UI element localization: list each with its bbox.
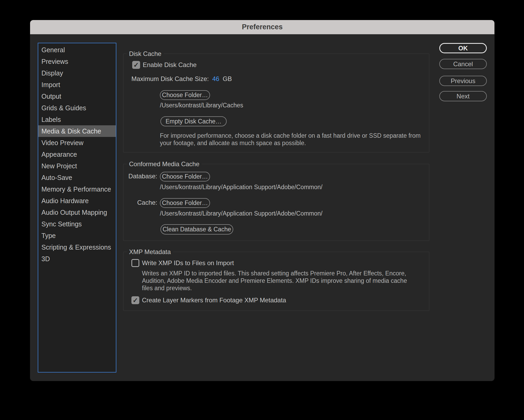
disk-cache-description: For improved performance, choose a disk … [160,132,429,147]
sidebar-item-labels[interactable]: Labels [38,114,116,125]
cancel-button[interactable]: Cancel [439,59,487,69]
cache-path: /Users/kontrast/Library/Application Supp… [160,210,322,217]
sidebar-item-video-preview[interactable]: Video Preview [38,137,116,149]
write-xmp-ids-description: Writes an XMP ID to imported files. This… [142,270,411,292]
sidebar-item-media-disk-cache[interactable]: Media & Disk Cache [38,125,116,137]
sidebar-item-grids-guides[interactable]: Grids & Guides [38,102,116,114]
section-conformed-media-cache: Conformed Media Cache Database: Choose F… [123,164,429,241]
database-label: Database: [123,173,157,180]
clean-database-cache-button[interactable]: Clean Database & Cache [160,224,233,235]
next-button[interactable]: Next [439,91,487,101]
sidebar-item-import[interactable]: Import [38,79,116,90]
max-disk-cache-size-value[interactable]: 46 [212,75,219,83]
create-layer-markers-checkbox[interactable]: ✓ [131,296,139,304]
sidebar-item-general[interactable]: General [38,44,116,56]
sidebar-item-3d[interactable]: 3D [38,253,116,265]
dialog-title: Preferences [242,23,283,31]
sidebar-item-appearance[interactable]: Appearance [38,149,116,160]
write-xmp-ids-label: Write XMP IDs to Files on Import [142,259,234,267]
max-disk-cache-size-unit: GB [223,75,232,83]
enable-disk-cache-label: Enable Disk Cache [143,61,197,69]
checkmark-icon: ✓ [133,297,138,304]
section-conformed-media-cache-legend: Conformed Media Cache [127,160,202,169]
sidebar-item-scripting-expressions[interactable]: Scripting & Expressions [38,241,116,253]
enable-disk-cache-checkbox[interactable]: ✓ [132,61,140,69]
max-disk-cache-size-row: Maximum Disk Cache Size: 46 GB [131,74,232,83]
section-xmp-metadata-legend: XMP Metadata [127,247,173,256]
dialog-titlebar[interactable]: Preferences [30,20,494,34]
previous-button[interactable]: Previous [439,76,487,86]
sidebar-item-display[interactable]: Display [38,67,116,79]
preferences-category-list: GeneralPreviewsDisplayImportOutputGrids … [38,43,116,373]
empty-disk-cache-button[interactable]: Empty Disk Cache… [160,116,227,126]
disk-cache-choose-folder-button[interactable]: Choose Folder… [160,90,210,100]
sidebar-item-previews[interactable]: Previews [38,56,116,67]
desktop-background: Preferences GeneralPreviewsDisplayImport… [0,0,524,420]
sidebar-item-audio-hardware[interactable]: Audio Hardware [38,195,116,207]
section-xmp-metadata: XMP Metadata ✓ Write XMP IDs to Files on… [123,252,429,311]
sidebar-item-sync-settings[interactable]: Sync Settings [38,218,116,230]
sidebar-item-output[interactable]: Output [38,90,116,102]
database-path: /Users/kontrast/Library/Application Supp… [160,184,322,191]
write-xmp-ids-checkbox[interactable]: ✓ [131,259,139,267]
disk-cache-folder-path: /Users/kontrast/Library/Caches [160,102,243,109]
checkmark-icon: ✓ [134,62,139,68]
sidebar-item-auto-save[interactable]: Auto-Save [38,172,116,183]
database-choose-folder-button[interactable]: Choose Folder… [160,172,210,182]
sidebar-item-audio-output-mapping[interactable]: Audio Output Mapping [38,207,116,218]
section-disk-cache-legend: Disk Cache [127,49,164,58]
cache-choose-folder-button[interactable]: Choose Folder… [160,198,210,208]
preferences-dialog: Preferences GeneralPreviewsDisplayImport… [30,20,494,381]
max-disk-cache-size-label: Maximum Disk Cache Size: [131,75,209,83]
sidebar-item-memory-performance[interactable]: Memory & Performance [38,183,116,195]
create-layer-markers-label: Create Layer Markers from Footage XMP Me… [142,297,286,304]
sidebar-item-type[interactable]: Type [38,230,116,241]
ok-button[interactable]: OK [439,43,487,53]
section-disk-cache: Disk Cache ✓ Enable Disk Cache Maximum D… [123,54,429,152]
cache-label: Cache: [123,199,157,206]
sidebar-item-new-project[interactable]: New Project [38,160,116,172]
